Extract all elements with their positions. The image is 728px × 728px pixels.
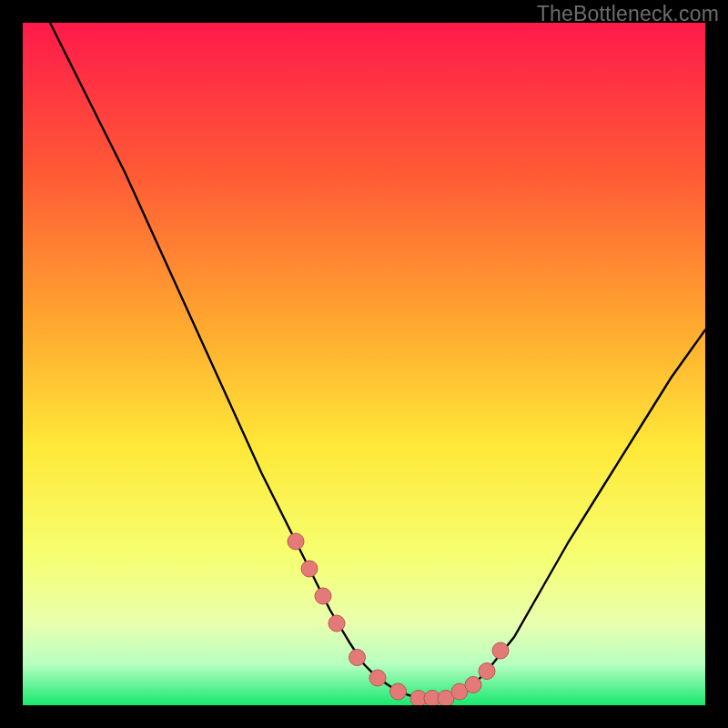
data-point	[465, 677, 481, 693]
gradient-background	[23, 23, 705, 705]
data-point	[329, 615, 345, 632]
data-point	[288, 533, 304, 550]
data-point	[390, 683, 407, 700]
watermark-text: TheBottleneck.com	[537, 2, 719, 26]
bottleneck-chart	[23, 23, 705, 705]
data-point	[301, 561, 318, 577]
data-point	[479, 663, 495, 680]
chart-frame	[23, 23, 705, 705]
data-point	[492, 642, 509, 659]
data-point	[369, 670, 386, 686]
data-point	[349, 650, 366, 666]
data-point	[315, 588, 331, 604]
